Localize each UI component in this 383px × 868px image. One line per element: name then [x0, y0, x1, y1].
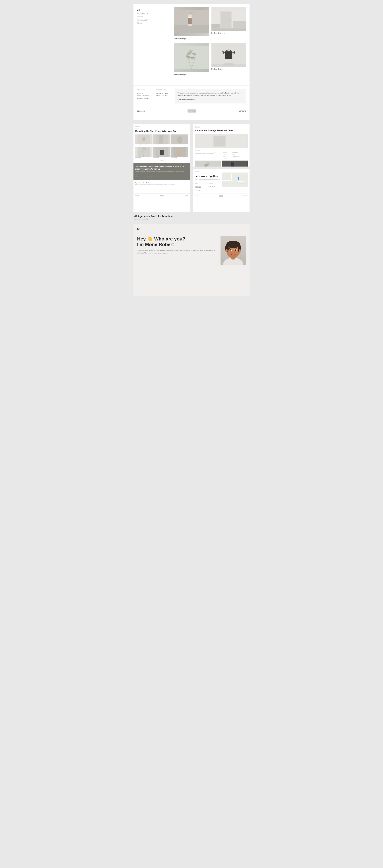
contact-address-value: Moscowstreet A.Pushkin123009, 123012 — [195, 184, 207, 189]
twitter-icon[interactable]: t — [191, 110, 192, 112]
svg-point-22 — [223, 63, 234, 65]
linkedin-icon[interactable]: in — [189, 110, 190, 112]
mockup-title-1: Branding Do You Know Who You Are — [135, 130, 188, 133]
mockup-card-right: agencee project details Motivational Say… — [193, 124, 250, 166]
mockup-img-6 — [171, 147, 188, 157]
nav-item-photography[interactable]: Photography — [137, 19, 149, 21]
page-footer: ADDRESS Moscow street A.Pushkin 123009, … — [134, 85, 249, 107]
sidebar-nav: All Architecture Digital Photography Fil… — [134, 4, 152, 80]
meta-client-value: Craftwork 2018 — [233, 155, 247, 157]
search-icon[interactable]: 🔍 — [193, 110, 195, 112]
mockup-grid-cell-3: Perfect design — [171, 134, 188, 146]
personal-avatar — [220, 236, 246, 265]
footer-email[interactable]: mail@craftwork.design — [178, 98, 243, 101]
portfolio-caption-1: Perfect design → — [174, 36, 209, 40]
telephone-col: TELEPHONE +1 234 567 453 +1 234 567 455 — [156, 89, 168, 103]
mockup-tag-2: project details — [195, 127, 248, 128]
nav-item-digital[interactable]: Digital — [137, 16, 149, 18]
nav-dot-6[interactable]: › — [222, 195, 222, 196]
meta-category-value: Photography — [233, 152, 247, 153]
svg-rect-39 — [222, 160, 247, 166]
portfolio-grid: Perfect design → Perfe — [174, 4, 249, 80]
load-more[interactable]: Load More — [135, 159, 188, 162]
contact-map — [222, 173, 248, 187]
contact-map-side — [222, 171, 248, 191]
portfolio-image-2 — [211, 7, 246, 31]
explore-link[interactable]: Explore → — [135, 174, 188, 175]
svg-point-62 — [236, 249, 236, 250]
svg-rect-40 — [231, 162, 234, 166]
project-img-plant — [195, 160, 221, 166]
explore-arrow-icon: → — [139, 174, 140, 175]
project-meta-desc: Lorem ipsum dolor sit amet consectetur a… — [195, 152, 219, 159]
arrow-icon-1: → — [186, 38, 188, 40]
contact-fields: Address Moscowstreet A.Pushkin123009, 12… — [195, 183, 220, 189]
arrow-icon-4: → — [224, 68, 225, 70]
portfolio-item-2[interactable]: Perfect design → — [211, 7, 246, 40]
contact-phone-value: +1 234 567 453 +1 234 567 455 — [209, 184, 220, 187]
portfolio-image-1 — [174, 7, 209, 36]
nav-item-films[interactable]: Films — [137, 22, 149, 24]
svg-rect-4 — [188, 17, 190, 18]
social-icons-bar: in t 🔍 — [187, 110, 196, 113]
portfolio-item-1[interactable]: Perfect design → — [174, 7, 209, 40]
meta-design-label: Design — [224, 157, 232, 159]
spend-less-title: Spend Less Time Coding — [135, 182, 188, 184]
meta-client-label: Client — [224, 155, 232, 157]
svg-point-63 — [226, 249, 228, 252]
mockup-grid-row2: Perfect design Perfect design Perfect de… — [135, 147, 188, 159]
footer-quote-text: There are many variations of passages of… — [178, 92, 243, 97]
mockup-contacts-link-1[interactable]: Contacts — [184, 195, 188, 196]
personal-section: M Hey 👋 Who are you?I'm Mone Robert It i… — [134, 224, 249, 296]
go-home-link-2[interactable]: ← Go Home — [195, 190, 220, 191]
mockup-caption-5: Perfect design — [153, 157, 171, 158]
personal-text-block: Hey 👋 Who are you?I'm Mone Robert It is … — [137, 236, 217, 254]
meta-year-value: 2018 — [233, 154, 247, 155]
svg-rect-13 — [233, 21, 246, 28]
nav-item-all[interactable]: All — [137, 9, 149, 11]
project-img-dark — [222, 160, 248, 166]
portfolio-caption-3: Perfect design → — [174, 72, 209, 76]
contact-address-label: Address — [195, 183, 207, 184]
project-main-img — [195, 134, 248, 148]
phone-values: +1 234 567 453 +1 234 567 455 — [156, 92, 168, 97]
mockup-bottom-brand-3: agencee — [195, 195, 199, 196]
mockup-bottom-nav-1: ‹ › — [160, 195, 164, 196]
mockup-img-2 — [153, 134, 171, 145]
mockup-caption-2: Perfect design — [153, 145, 171, 146]
mockup-grid-cell-4: Perfect design — [135, 147, 152, 159]
meta-category-label: Category — [224, 152, 232, 153]
svg-rect-36 — [214, 136, 225, 147]
svg-point-33 — [176, 151, 183, 156]
contacts-link[interactable]: Contacts — [239, 110, 246, 112]
mockup-tag-1: projects — [135, 128, 188, 129]
contact-mockup-inner: agencee contacts Let's work together If … — [193, 169, 250, 193]
telephone-label: TELEPHONE — [156, 89, 168, 91]
project-detail-inner: agencee project details Motivational Say… — [193, 124, 250, 166]
mockup-caption-6: Perfect design — [171, 157, 188, 158]
portfolio-item-3[interactable]: Perfect design → — [174, 43, 209, 76]
personal-title: Hey 👋 Who are you?I'm Mone Robert — [137, 236, 217, 247]
contact-title: Let's work together — [195, 175, 220, 178]
hamburger-line-3 — [243, 229, 246, 230]
nav-item-architecture[interactable]: Architecture — [137, 12, 149, 14]
svg-rect-12 — [211, 24, 220, 28]
main-portfolio-page: All Architecture Digital Photography Fil… — [134, 4, 249, 120]
personal-header: M — [134, 224, 249, 231]
portfolio-item-4[interactable]: Perfect design → — [211, 43, 246, 76]
contact-info-side: agencee contacts Let's work together If … — [195, 171, 220, 191]
nav-dot-5[interactable]: ‹ — [220, 195, 220, 196]
mockup-grid-cell-6: Perfect design — [171, 147, 188, 159]
bottom-bar: agencee in t 🔍 Contacts — [134, 107, 249, 115]
nav-dot-1[interactable]: ‹ — [161, 195, 161, 196]
logo-portland: Portland — [147, 176, 153, 178]
portfolio-template-title: #2 Agencee - Portfolio Template — [135, 215, 248, 218]
footer-quote-box: There are many variations of passages of… — [175, 89, 246, 103]
hamburger-menu[interactable] — [243, 228, 246, 230]
nav-dot-2[interactable]: › — [162, 195, 163, 196]
contact-address-group: Address Moscowstreet A.Pushkin123009, 12… — [195, 183, 207, 189]
dark-text: Lorem ipsum dolor sit amet consectetur a… — [135, 171, 188, 172]
project-meta-table-col: CategoryPhotography Year2018 ClientCraft… — [223, 152, 248, 159]
mockup-contacts-link-3[interactable]: Contacts — [243, 195, 248, 196]
logos-row: #ERO Doughboard Portland — [135, 176, 188, 178]
